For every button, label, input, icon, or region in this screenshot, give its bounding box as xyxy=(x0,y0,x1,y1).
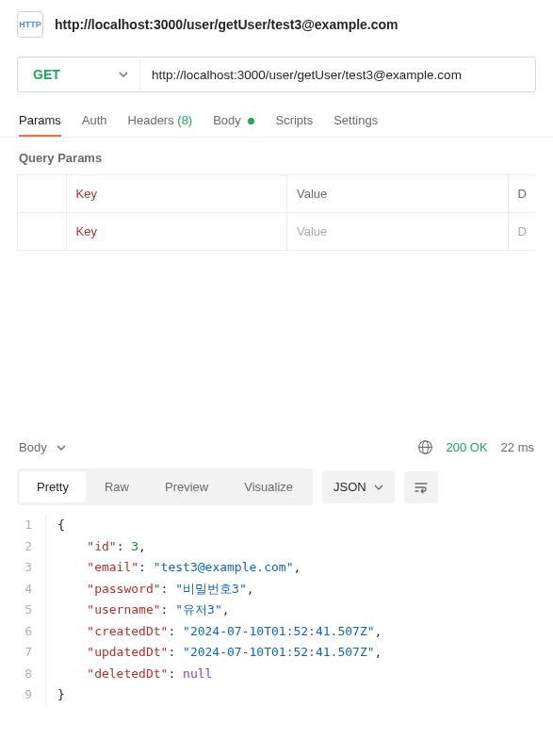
url-input[interactable] xyxy=(139,57,536,92)
line-content: "updatedDt": "2024-07-10T01:52:41.507Z", xyxy=(45,642,536,664)
col-key: Key xyxy=(67,175,288,212)
code-line: 6 "createdDt": "2024-07-10T01:52:41.507Z… xyxy=(17,621,536,643)
query-params-title: Query Params xyxy=(0,138,553,174)
viewtab-preview[interactable]: Preview xyxy=(148,471,225,502)
viewtab-visualize[interactable]: Visualize xyxy=(227,471,310,502)
col-checkbox xyxy=(18,175,67,212)
line-content: "password": "비밀번호3", xyxy=(45,579,536,600)
body-indicator-dot xyxy=(248,118,254,124)
status-code: 200 OK xyxy=(447,440,488,454)
tab-scripts[interactable]: Scripts xyxy=(275,113,313,137)
code-line: 8 "deletedDt": null xyxy=(17,664,536,685)
request-header: HTTP http://localhost:3000/user/getUser/… xyxy=(0,0,553,51)
tab-settings[interactable]: Settings xyxy=(333,113,378,137)
line-content: { xyxy=(45,515,536,536)
request-title: http://localhost:3000/user/getUser/test3… xyxy=(55,17,398,32)
format-select[interactable]: JSON xyxy=(322,470,395,503)
line-number: 7 xyxy=(17,642,45,664)
desc-input[interactable]: D xyxy=(509,213,536,250)
globe-icon[interactable] xyxy=(417,439,433,455)
format-label: JSON xyxy=(333,480,366,494)
wrap-lines-button[interactable] xyxy=(404,471,438,503)
line-content: } xyxy=(45,684,536,706)
response-body-label: Body xyxy=(19,440,47,454)
table-header-row: Key Value D xyxy=(18,175,536,213)
url-bar: GET xyxy=(17,57,536,92)
line-number: 2 xyxy=(17,536,45,558)
http-method-label: GET xyxy=(33,67,60,82)
line-number: 6 xyxy=(17,621,45,643)
tab-headers-count: (8) xyxy=(177,113,192,127)
tab-headers-label: Headers xyxy=(128,113,174,127)
tab-body[interactable]: Body xyxy=(213,113,254,137)
code-line: 3 "email": "test3@example.com", xyxy=(17,557,536,579)
response-header: Body 200 OK 22 ms xyxy=(0,439,553,468)
code-line: 4 "password": "비밀번호3", xyxy=(17,579,536,600)
line-content: "id": 3, xyxy=(45,536,536,558)
http-method-select[interactable]: GET xyxy=(17,57,139,92)
value-input[interactable]: Value xyxy=(287,213,509,250)
line-number: 1 xyxy=(17,515,45,536)
line-number: 9 xyxy=(17,684,45,706)
col-desc: D xyxy=(509,175,536,212)
code-line: 2 "id": 3, xyxy=(17,536,536,558)
line-content: "createdDt": "2024-07-10T01:52:41.507Z", xyxy=(45,621,536,643)
chevron-down-icon xyxy=(119,70,128,79)
viewtab-raw[interactable]: Raw xyxy=(88,471,146,502)
table-row[interactable]: Key Value D xyxy=(18,213,536,250)
tab-params[interactable]: Params xyxy=(19,113,61,137)
tab-auth[interactable]: Auth xyxy=(82,113,107,137)
tab-body-label: Body xyxy=(213,113,241,127)
code-line: 5 "username": "유저3", xyxy=(17,600,536,621)
code-line: 9} xyxy=(17,684,536,706)
code-line: 1{ xyxy=(17,515,536,536)
line-number: 8 xyxy=(17,664,45,685)
line-number: 5 xyxy=(17,600,45,621)
response-view-tabs: Pretty Raw Preview Visualize xyxy=(17,468,313,505)
chevron-down-icon xyxy=(374,483,383,492)
http-icon: HTTP xyxy=(17,11,43,38)
request-tabs: Params Auth Headers (8) Body Scripts Set… xyxy=(0,92,553,137)
line-number: 3 xyxy=(17,557,45,579)
line-content: "username": "유저3", xyxy=(45,600,536,621)
wrap-icon xyxy=(414,480,429,495)
query-params-table: Key Value D Key Value D xyxy=(17,174,536,251)
chevron-down-icon[interactable] xyxy=(57,443,66,452)
line-content: "deletedDt": null xyxy=(45,664,536,685)
code-line: 7 "updatedDt": "2024-07-10T01:52:41.507Z… xyxy=(17,642,536,664)
tab-headers[interactable]: Headers (8) xyxy=(128,113,193,137)
response-time: 22 ms xyxy=(501,440,534,454)
line-content: "email": "test3@example.com", xyxy=(45,557,536,579)
viewtab-pretty[interactable]: Pretty xyxy=(20,471,86,502)
response-view-controls: Pretty Raw Preview Visualize JSON xyxy=(0,468,553,505)
response-body-code[interactable]: 1{2 "id": 3,3 "email": "test3@example.co… xyxy=(17,515,536,706)
row-checkbox[interactable] xyxy=(18,213,67,250)
col-value: Value xyxy=(287,175,509,212)
key-input[interactable]: Key xyxy=(67,213,288,250)
line-number: 4 xyxy=(17,579,45,600)
